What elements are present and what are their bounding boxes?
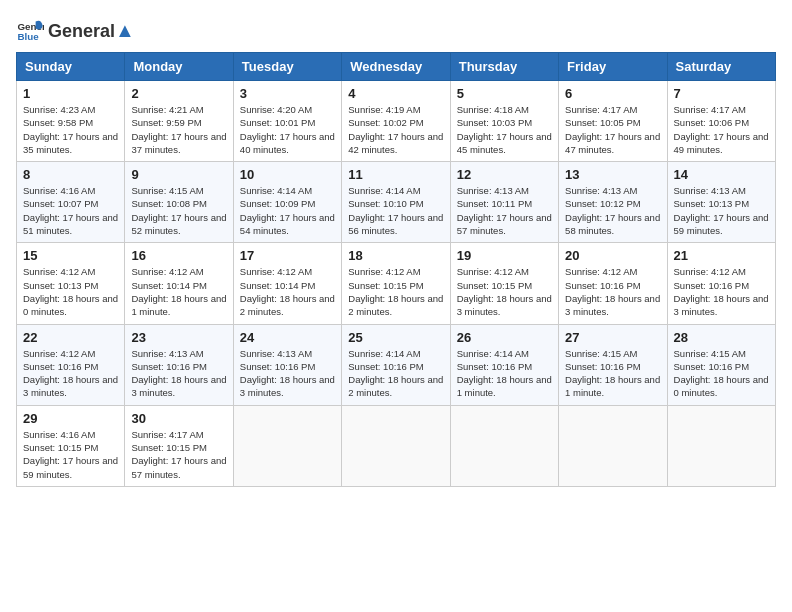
day-number: 26 (457, 330, 552, 345)
calendar-cell: 19 Sunrise: 4:12 AMSunset: 10:15 PMDayli… (450, 243, 558, 324)
week-row-1: 1 Sunrise: 4:23 AMSunset: 9:58 PMDayligh… (17, 81, 776, 162)
calendar-cell: 22 Sunrise: 4:12 AMSunset: 10:16 PMDayli… (17, 324, 125, 405)
calendar-cell: 27 Sunrise: 4:15 AMSunset: 10:16 PMDayli… (559, 324, 667, 405)
weekday-header-row: SundayMondayTuesdayWednesdayThursdayFrid… (17, 53, 776, 81)
day-number: 12 (457, 167, 552, 182)
day-info: Sunrise: 4:12 AMSunset: 10:16 PMDaylight… (674, 265, 769, 318)
weekday-header-tuesday: Tuesday (233, 53, 341, 81)
day-number: 30 (131, 411, 226, 426)
week-row-4: 22 Sunrise: 4:12 AMSunset: 10:16 PMDayli… (17, 324, 776, 405)
calendar-cell: 12 Sunrise: 4:13 AMSunset: 10:11 PMDayli… (450, 162, 558, 243)
day-info: Sunrise: 4:13 AMSunset: 10:16 PMDaylight… (240, 347, 335, 400)
day-info: Sunrise: 4:12 AMSunset: 10:16 PMDaylight… (23, 347, 118, 400)
day-number: 8 (23, 167, 118, 182)
day-info: Sunrise: 4:16 AMSunset: 10:07 PMDaylight… (23, 184, 118, 237)
weekday-header-friday: Friday (559, 53, 667, 81)
day-info: Sunrise: 4:14 AMSunset: 10:16 PMDaylight… (457, 347, 552, 400)
calendar-cell: 18 Sunrise: 4:12 AMSunset: 10:15 PMDayli… (342, 243, 450, 324)
day-info: Sunrise: 4:15 AMSunset: 10:08 PMDaylight… (131, 184, 226, 237)
logo-general: General▲ (48, 19, 135, 42)
calendar-cell: 16 Sunrise: 4:12 AMSunset: 10:14 PMDayli… (125, 243, 233, 324)
day-number: 20 (565, 248, 660, 263)
day-info: Sunrise: 4:23 AMSunset: 9:58 PMDaylight:… (23, 103, 118, 156)
day-info: Sunrise: 4:14 AMSunset: 10:16 PMDaylight… (348, 347, 443, 400)
calendar-cell (450, 405, 558, 486)
day-number: 25 (348, 330, 443, 345)
calendar-cell: 21 Sunrise: 4:12 AMSunset: 10:16 PMDayli… (667, 243, 775, 324)
calendar-cell: 7 Sunrise: 4:17 AMSunset: 10:06 PMDaylig… (667, 81, 775, 162)
calendar-cell (559, 405, 667, 486)
day-number: 10 (240, 167, 335, 182)
day-number: 29 (23, 411, 118, 426)
day-info: Sunrise: 4:20 AMSunset: 10:01 PMDaylight… (240, 103, 335, 156)
day-number: 27 (565, 330, 660, 345)
svg-text:Blue: Blue (17, 31, 39, 42)
day-number: 15 (23, 248, 118, 263)
week-row-5: 29 Sunrise: 4:16 AMSunset: 10:15 PMDayli… (17, 405, 776, 486)
day-info: Sunrise: 4:13 AMSunset: 10:11 PMDaylight… (457, 184, 552, 237)
calendar-cell (233, 405, 341, 486)
day-info: Sunrise: 4:16 AMSunset: 10:15 PMDaylight… (23, 428, 118, 481)
day-number: 7 (674, 86, 769, 101)
day-info: Sunrise: 4:12 AMSunset: 10:13 PMDaylight… (23, 265, 118, 318)
calendar-cell: 4 Sunrise: 4:19 AMSunset: 10:02 PMDaylig… (342, 81, 450, 162)
day-info: Sunrise: 4:12 AMSunset: 10:15 PMDaylight… (457, 265, 552, 318)
weekday-header-sunday: Sunday (17, 53, 125, 81)
day-number: 14 (674, 167, 769, 182)
day-number: 2 (131, 86, 226, 101)
day-number: 5 (457, 86, 552, 101)
day-number: 19 (457, 248, 552, 263)
day-number: 24 (240, 330, 335, 345)
day-info: Sunrise: 4:15 AMSunset: 10:16 PMDaylight… (674, 347, 769, 400)
day-info: Sunrise: 4:12 AMSunset: 10:15 PMDaylight… (348, 265, 443, 318)
day-number: 3 (240, 86, 335, 101)
calendar-cell: 3 Sunrise: 4:20 AMSunset: 10:01 PMDaylig… (233, 81, 341, 162)
calendar-cell: 20 Sunrise: 4:12 AMSunset: 10:16 PMDayli… (559, 243, 667, 324)
day-number: 13 (565, 167, 660, 182)
calendar-cell: 29 Sunrise: 4:16 AMSunset: 10:15 PMDayli… (17, 405, 125, 486)
week-row-3: 15 Sunrise: 4:12 AMSunset: 10:13 PMDayli… (17, 243, 776, 324)
calendar-cell: 5 Sunrise: 4:18 AMSunset: 10:03 PMDaylig… (450, 81, 558, 162)
calendar-cell: 24 Sunrise: 4:13 AMSunset: 10:16 PMDayli… (233, 324, 341, 405)
calendar-cell: 9 Sunrise: 4:15 AMSunset: 10:08 PMDaylig… (125, 162, 233, 243)
day-number: 4 (348, 86, 443, 101)
week-row-2: 8 Sunrise: 4:16 AMSunset: 10:07 PMDaylig… (17, 162, 776, 243)
calendar-cell: 28 Sunrise: 4:15 AMSunset: 10:16 PMDayli… (667, 324, 775, 405)
calendar-cell: 11 Sunrise: 4:14 AMSunset: 10:10 PMDayli… (342, 162, 450, 243)
calendar-cell: 17 Sunrise: 4:12 AMSunset: 10:14 PMDayli… (233, 243, 341, 324)
day-info: Sunrise: 4:14 AMSunset: 10:09 PMDaylight… (240, 184, 335, 237)
weekday-header-wednesday: Wednesday (342, 53, 450, 81)
day-info: Sunrise: 4:12 AMSunset: 10:14 PMDaylight… (131, 265, 226, 318)
day-number: 16 (131, 248, 226, 263)
calendar-cell: 8 Sunrise: 4:16 AMSunset: 10:07 PMDaylig… (17, 162, 125, 243)
calendar-cell: 13 Sunrise: 4:13 AMSunset: 10:12 PMDayli… (559, 162, 667, 243)
day-number: 6 (565, 86, 660, 101)
day-number: 11 (348, 167, 443, 182)
day-info: Sunrise: 4:13 AMSunset: 10:12 PMDaylight… (565, 184, 660, 237)
day-number: 22 (23, 330, 118, 345)
page-header: General Blue General▲ (16, 16, 776, 44)
calendar-cell: 26 Sunrise: 4:14 AMSunset: 10:16 PMDayli… (450, 324, 558, 405)
calendar-cell: 30 Sunrise: 4:17 AMSunset: 10:15 PMDayli… (125, 405, 233, 486)
day-number: 18 (348, 248, 443, 263)
calendar-cell: 14 Sunrise: 4:13 AMSunset: 10:13 PMDayli… (667, 162, 775, 243)
day-info: Sunrise: 4:14 AMSunset: 10:10 PMDaylight… (348, 184, 443, 237)
day-number: 21 (674, 248, 769, 263)
logo-icon: General Blue (16, 16, 44, 44)
calendar-cell: 2 Sunrise: 4:21 AMSunset: 9:59 PMDayligh… (125, 81, 233, 162)
calendar-cell: 15 Sunrise: 4:12 AMSunset: 10:13 PMDayli… (17, 243, 125, 324)
day-number: 1 (23, 86, 118, 101)
day-info: Sunrise: 4:17 AMSunset: 10:15 PMDaylight… (131, 428, 226, 481)
calendar-cell: 1 Sunrise: 4:23 AMSunset: 9:58 PMDayligh… (17, 81, 125, 162)
calendar-cell (667, 405, 775, 486)
weekday-header-thursday: Thursday (450, 53, 558, 81)
day-info: Sunrise: 4:12 AMSunset: 10:16 PMDaylight… (565, 265, 660, 318)
calendar-cell: 6 Sunrise: 4:17 AMSunset: 10:05 PMDaylig… (559, 81, 667, 162)
day-number: 9 (131, 167, 226, 182)
day-info: Sunrise: 4:17 AMSunset: 10:06 PMDaylight… (674, 103, 769, 156)
weekday-header-saturday: Saturday (667, 53, 775, 81)
day-info: Sunrise: 4:19 AMSunset: 10:02 PMDaylight… (348, 103, 443, 156)
day-info: Sunrise: 4:21 AMSunset: 9:59 PMDaylight:… (131, 103, 226, 156)
day-info: Sunrise: 4:17 AMSunset: 10:05 PMDaylight… (565, 103, 660, 156)
day-info: Sunrise: 4:13 AMSunset: 10:13 PMDaylight… (674, 184, 769, 237)
